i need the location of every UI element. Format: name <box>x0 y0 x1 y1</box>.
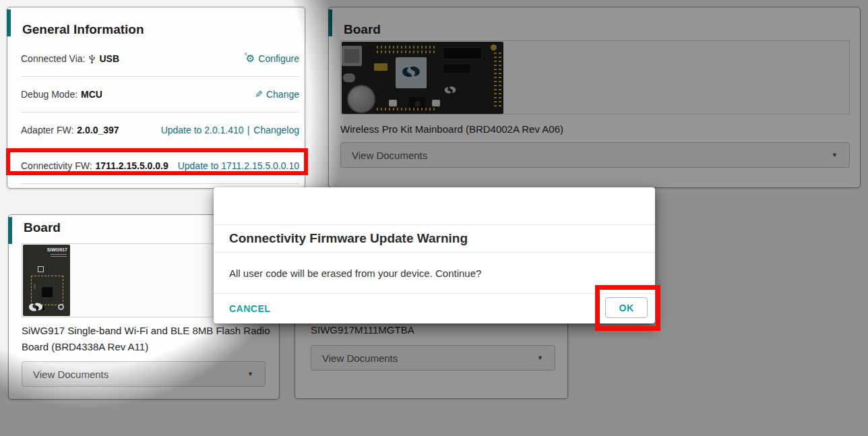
mainboard-image-frame <box>340 40 850 115</box>
debug-mode-label-group: Debug Mode: MCU <box>21 89 102 100</box>
component-outline <box>38 266 44 272</box>
push-button <box>389 100 397 106</box>
gear-icon <box>245 53 255 63</box>
connectivity-fw-value: 1711.2.15.5.0.0.9 <box>96 160 168 171</box>
radio-board-name-line1: SiWG917 Single-band Wi-Fi and BLE 8MB Fl… <box>22 323 271 339</box>
view-documents-label: View Documents <box>33 369 108 380</box>
component-ring <box>58 304 64 310</box>
dialog-message: All user code will be erased from your d… <box>214 253 655 294</box>
connected-via-label-group: Connected Via: USB <box>21 53 119 64</box>
photo-microtext <box>51 254 67 255</box>
cancel-button[interactable]: CANCEL <box>229 303 270 314</box>
radio-board-photo: SiWG917 <box>23 245 70 316</box>
change-link-label: Change <box>266 89 299 100</box>
configure-link[interactable]: Configure <box>245 53 299 64</box>
mainboard-photo <box>342 42 503 114</box>
pin-header-row <box>377 51 436 53</box>
silicon-labs-swirl <box>402 66 421 77</box>
mainboard-card-title: Board <box>329 7 860 41</box>
view-documents-dropdown[interactable]: View Documents <box>340 142 850 168</box>
ic-chip <box>443 47 482 59</box>
pencil-icon <box>255 90 263 99</box>
ic-chip <box>443 63 471 73</box>
adapter-fw-value: 2.0.0_397 <box>77 125 119 135</box>
card-accent-bar <box>7 9 11 36</box>
general-information-title: General Information <box>7 7 305 41</box>
usb-b-inner <box>344 49 359 63</box>
connectivity-fw-update-link[interactable]: Update to 1711.2.15.5.0.0.10 <box>178 160 299 171</box>
firmware-update-warning-dialog: Connectivity Firmware Update Warning All… <box>214 187 655 323</box>
silicon-labs-swirl <box>444 86 456 94</box>
silicon-labs-swirl <box>28 303 43 311</box>
connectivity-fw-update-label: Update to 1711.2.15.5.0.0.10 <box>178 160 299 171</box>
pin-header-column <box>499 50 501 106</box>
chevron-down-icon <box>832 152 838 158</box>
change-link[interactable]: Change <box>255 89 299 100</box>
connectivity-fw-label: Connectivity FW: <box>21 160 92 171</box>
debug-mode-value: MCU <box>81 89 102 100</box>
view-documents-label: View Documents <box>352 150 427 161</box>
pin-header-row <box>377 108 436 111</box>
connectivity-fw-label-group: Connectivity FW: 1711.2.15.5.0.0.9 <box>21 160 168 171</box>
small-component <box>34 284 36 289</box>
siwg917-chip <box>41 286 53 298</box>
gold-component <box>374 63 388 71</box>
coin-battery <box>347 85 375 113</box>
view-documents-dropdown[interactable]: View Documents <box>311 345 555 371</box>
card-accent-bar <box>328 9 332 36</box>
usb-c-connector <box>343 73 355 82</box>
pin-header-column <box>494 50 497 106</box>
configure-link-label: Configure <box>258 53 299 64</box>
dialog-title: Connectivity Firmware Update Warning <box>214 225 655 253</box>
photo-microtext <box>51 256 67 257</box>
adapter-fw-row: Adapter FW: 2.0.0_397 Update to 2.0.1.41… <box>21 113 299 148</box>
adapter-fw-links: Update to 2.0.1.410| Changelog <box>161 125 299 135</box>
dialog-actions: CANCEL OK <box>214 294 655 323</box>
debug-mode-row: Debug Mode: MCU Change <box>21 77 299 113</box>
usb-icon <box>88 54 96 64</box>
radio-board-name-line2: Board (BRD4338A Rev A11) <box>22 339 271 355</box>
connectivity-fw-row: Connectivity FW: 1711.2.15.5.0.0.9 Updat… <box>21 148 299 184</box>
lcd-display <box>396 57 427 88</box>
radio-board-photo-label: SiWG917 <box>47 247 67 252</box>
connected-via-value: USB <box>99 53 119 64</box>
debug-mode-label: Debug Mode: <box>21 89 78 100</box>
ok-button[interactable]: OK <box>605 297 648 318</box>
general-information-card: General Information Connected Via: USB C… <box>7 7 305 189</box>
view-documents-label: View Documents <box>322 352 398 364</box>
chevron-down-icon <box>247 371 253 377</box>
joystick-center <box>414 101 421 107</box>
adapter-fw-update-link[interactable]: Update to 2.0.1.410 <box>161 125 244 135</box>
adapter-fw-label-group: Adapter FW: 2.0.0_397 <box>21 125 119 135</box>
adapter-fw-label: Adapter FW: <box>21 125 73 135</box>
mainboard-card: Board <box>328 7 861 188</box>
mainboard-name: Wireless Pro Kit Mainboard (BRD4002A Rev… <box>340 123 846 135</box>
gold-pad <box>491 44 497 51</box>
chevron-down-icon <box>537 354 543 361</box>
view-documents-dropdown[interactable]: View Documents <box>22 361 266 387</box>
push-button <box>432 100 440 106</box>
dialog-header-spacer <box>214 187 655 225</box>
connected-via-label: Connected Via: <box>21 53 85 64</box>
card-accent-bar <box>8 217 12 244</box>
changelog-link[interactable]: Changelog <box>253 125 299 135</box>
module-name: SIWG917M111MGTBA <box>311 324 560 336</box>
radio-board-name: SiWG917 Single-band Wi-Fi and BLE 8MB Fl… <box>22 323 271 355</box>
pin-header-row <box>377 46 436 49</box>
link-separator: | <box>247 125 250 135</box>
